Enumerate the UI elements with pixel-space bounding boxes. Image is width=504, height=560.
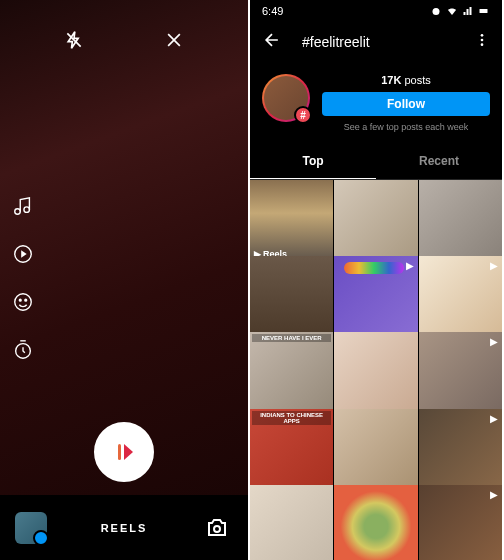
play-icon: ▶ [490, 413, 498, 424]
gallery-thumbnail[interactable] [15, 512, 47, 544]
grid-cell[interactable]: ▶ [419, 409, 502, 492]
post-count: 17K posts [381, 74, 431, 86]
capture-button[interactable] [94, 422, 154, 482]
play-icon: ▶ [406, 260, 414, 271]
grid-cell[interactable] [334, 485, 417, 560]
effects-icon[interactable] [12, 291, 34, 317]
svg-rect-15 [480, 9, 488, 13]
grid-cell[interactable]: ▶ [419, 485, 502, 560]
camera-viewfinder[interactable] [0, 0, 248, 495]
follow-button[interactable]: Follow [322, 92, 490, 116]
mode-label: REELS [101, 522, 148, 534]
grid-cell[interactable]: ▶ Reels [250, 180, 333, 263]
subtitle-text: See a few top posts each week [344, 122, 469, 132]
grid-cell[interactable] [334, 409, 417, 492]
tab-top[interactable]: Top [250, 144, 376, 179]
signal-icon [462, 5, 474, 17]
hashtag-avatar[interactable]: # [262, 74, 310, 122]
flash-off-icon[interactable] [64, 30, 84, 54]
svg-marker-6 [21, 250, 27, 257]
camera-switch-icon[interactable] [201, 512, 233, 544]
svg-point-16 [481, 34, 484, 37]
svg-marker-12 [124, 444, 133, 460]
grid-cell[interactable]: ▶ [334, 256, 417, 339]
status-bar: 6:49 [250, 0, 502, 22]
hashtag-browse-screen: 6:49 #feelitreelit # 17K posts Follow Se… [250, 0, 502, 560]
hashtag-badge-icon: # [294, 106, 312, 124]
grid-cell[interactable]: ▶ [419, 256, 502, 339]
post-grid: ▶ Reels ▶ ▶ NEVER HAVE I EVER ▶ INDIANS … [250, 180, 502, 560]
grid-cell[interactable] [334, 180, 417, 263]
play-icon: ▶ [490, 336, 498, 347]
wifi-icon [446, 5, 458, 17]
svg-point-4 [24, 207, 29, 213]
tab-recent[interactable]: Recent [376, 144, 502, 179]
page-title: #feelitreelit [302, 34, 474, 50]
svg-point-9 [25, 299, 27, 301]
timer-icon[interactable] [12, 339, 34, 365]
svg-point-17 [481, 39, 484, 42]
close-icon[interactable] [164, 30, 184, 54]
speed-icon[interactable] [12, 243, 34, 269]
play-icon: ▶ [490, 260, 498, 271]
audio-icon[interactable] [12, 195, 34, 221]
grid-cell[interactable] [334, 332, 417, 415]
grid-cell[interactable] [250, 256, 333, 339]
play-icon: ▶ [490, 489, 498, 500]
svg-point-7 [15, 294, 32, 311]
battery-icon [478, 5, 490, 17]
back-icon[interactable] [262, 30, 282, 54]
svg-point-18 [481, 43, 484, 46]
alarm-icon [430, 5, 442, 17]
grid-cell[interactable]: INDIANS TO CHINESE APPS [250, 409, 333, 492]
reels-camera-screen: REELS [0, 0, 248, 560]
grid-cell[interactable]: NEVER HAVE I EVER [250, 332, 333, 415]
status-time: 6:49 [262, 5, 283, 17]
svg-point-8 [19, 299, 21, 301]
grid-cell[interactable] [250, 485, 333, 560]
svg-point-14 [433, 8, 440, 15]
grid-cell[interactable] [419, 180, 502, 263]
svg-point-13 [214, 526, 220, 532]
more-icon[interactable] [474, 32, 490, 52]
svg-rect-11 [118, 444, 121, 460]
svg-point-3 [15, 209, 21, 215]
grid-cell[interactable]: ▶ [419, 332, 502, 415]
